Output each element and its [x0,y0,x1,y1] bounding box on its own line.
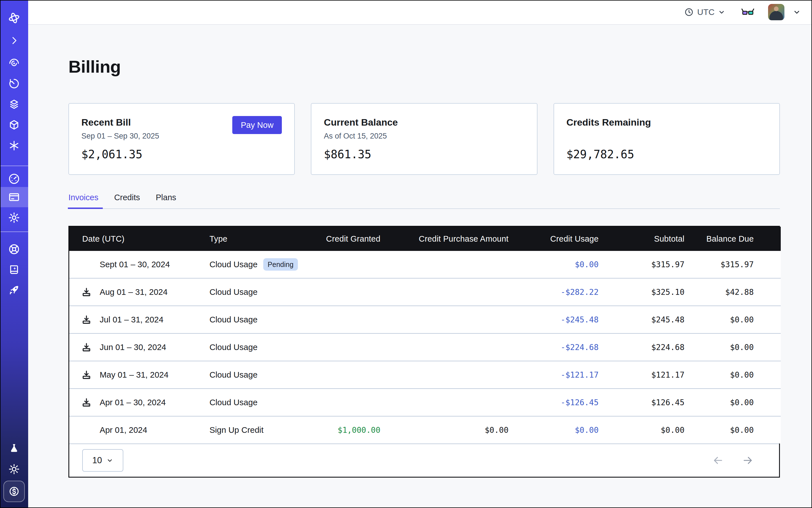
sidebar-item-labs-flask[interactable] [0,438,28,458]
sidebar-divider [0,231,28,232]
chevron-down-icon [718,8,725,16]
status-badge: Pending [263,258,298,270]
invoice-date: Sept 01 – 30, 2024 [100,260,170,269]
credit-granted-cell [314,306,380,333]
invoice-type: Cloud Usage [210,342,258,352]
balance-due-cell: $0.00 [684,306,781,333]
clock-icon [684,7,694,17]
invoice-type-cell: Cloud Usage [202,333,314,361]
sidebar-item-theme-sun[interactable] [0,459,28,479]
sidebar-item-package-cube[interactable] [0,115,28,135]
support-wheel-icon [8,243,20,255]
credit-granted-cell [314,251,380,278]
chevron-down-icon [793,8,801,16]
sidebar-item-scan-eye[interactable] [0,53,28,73]
sidebar-item-support-wheel[interactable] [0,239,28,259]
invoice-type-cell: Cloud Usage [202,389,314,416]
tab-credits[interactable]: Credits [114,193,140,208]
current-balance-amount: $861.35 [324,148,524,161]
timezone-selector[interactable]: UTC [684,7,725,17]
credit-usage-cell: -$224.68 [509,333,599,361]
subtotal-cell: $325.10 [599,278,684,306]
invoice-type-cell: Cloud Usage [202,361,314,389]
credit-usage-cell: -$126.45 [509,389,599,416]
chevron-down-icon [106,457,113,464]
credit-usage-cell: $0.00 [509,251,599,278]
chevron-right-icon [8,35,20,46]
sidebar-item-settings-gear[interactable] [0,208,28,228]
credits-remaining-amount: $29,782.65 [566,148,767,161]
download-invoice-button[interactable] [81,370,92,380]
column-header-balance-due: Balance Due [684,227,781,251]
invoice-type: Cloud Usage [210,260,258,269]
table-body: Sept 01 – 30, 2024Cloud UsagePending$0.0… [69,251,781,443]
rewards-badge-box [3,481,25,502]
sidebar-item-asterisk[interactable] [0,135,28,156]
invoice-type-cell: Cloud Usage [202,278,314,306]
scan-eye-icon [8,57,20,69]
sidebar-item-billing-card[interactable] [0,187,28,207]
credit-granted-cell [314,333,380,361]
3d-glasses-icon[interactable] [741,8,755,16]
sidebar-item-chevron-right[interactable] [0,31,28,51]
credit-granted-cell [314,361,380,389]
subtotal-cell: $315.97 [599,251,684,278]
pagination-bar: 10 [69,443,779,477]
topbar-right-cluster: UTC [684,0,801,24]
sidebar-item-orbit-logo[interactable] [0,8,28,28]
invoice-date: Apr 01 – 30, 2024 [100,397,166,407]
summary-cards: Recent Bill Sep 01 – Sep 30, 2025 $2,061… [69,103,780,175]
download-invoice-button[interactable] [81,314,92,325]
invoice-date: Aug 01 – 31, 2024 [100,287,168,297]
table-row: Apr 01 – 30, 2024Cloud Usage-$126.45$126… [69,389,781,416]
pay-now-button[interactable]: Pay Now [232,116,282,134]
invoices-table: Date (UTC)TypeCredit GrantedCredit Purch… [69,227,781,443]
theme-sun-icon [8,463,20,475]
card-title: Current Balance [324,117,524,128]
settings-gear-icon [8,211,20,224]
download-icon [81,397,92,408]
sidebar-item-timer-history[interactable] [0,74,28,94]
invoice-type: Cloud Usage [210,370,258,380]
sidebar-item-layers[interactable] [0,94,28,114]
credit-usage-cell: -$121.17 [509,361,599,389]
page-size-select[interactable]: 10 [82,449,123,472]
next-page-button[interactable] [742,455,754,466]
account-menu-chevron[interactable] [793,8,801,16]
sidebar-item-rocket[interactable] [0,280,28,300]
credit-purchase-amount-cell [380,278,509,306]
main-content: Billing Recent Bill Sep 01 – Sep 30, 202… [28,25,812,508]
credits-remaining-card: Credits Remaining $29,782.65 [554,103,780,175]
tab-plans[interactable]: Plans [156,193,176,208]
invoice-date: Apr 01, 2024 [100,425,147,435]
asterisk-icon [8,140,20,152]
credit-usage-cell: $0.00 [509,416,599,443]
recent-bill-card: Recent Bill Sep 01 – Sep 30, 2025 $2,061… [69,103,295,175]
balance-due-cell: $315.97 [684,251,781,278]
invoice-date: May 01 – 31, 2024 [100,370,168,380]
subtotal-cell: $126.45 [599,389,684,416]
download-invoice-button[interactable] [81,287,92,297]
docs-book-icon [8,263,20,276]
page-size-value: 10 [92,455,102,465]
balance-due-cell: $42.88 [684,278,781,306]
recent-bill-amount: $2,061.35 [81,148,282,161]
sidebar-item-docs-book[interactable] [0,259,28,280]
invoice-date: Jun 01 – 30, 2024 [100,342,166,352]
sidebar-item-rewards-dollar[interactable] [0,481,28,502]
page-title: Billing [69,58,780,76]
invoice-type-cell: Cloud UsagePending [202,251,314,278]
download-invoice-button[interactable] [81,397,92,408]
column-header-credit-granted: Credit Granted [314,227,380,251]
previous-page-button[interactable] [712,455,724,466]
column-header-credit-usage: Credit Usage [509,227,599,251]
download-invoice-button[interactable] [81,342,92,352]
sidebar-item-usage-gauge[interactable] [0,169,28,189]
column-header-credit-purchase-amount: Credit Purchase Amount [380,227,509,251]
tab-invoices[interactable]: Invoices [69,193,98,208]
avatar[interactable] [768,4,784,20]
labs-flask-icon [8,443,20,454]
column-header-date-utc: Date (UTC) [69,227,202,251]
subtotal-cell: $0.00 [599,416,684,443]
invoice-date-cell: May 01 – 31, 2024 [69,361,202,389]
